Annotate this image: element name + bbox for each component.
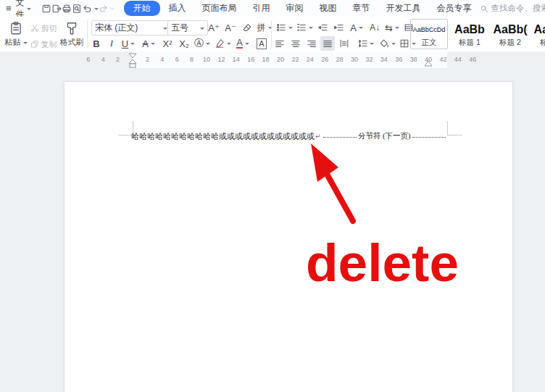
underline-button[interactable]: U	[119, 36, 138, 51]
decrease-indent-button[interactable]	[315, 20, 330, 35]
justify-button[interactable]	[320, 36, 335, 51]
wordart-effects-button[interactable]: A	[347, 20, 366, 35]
italic-button[interactable]: I	[105, 36, 118, 51]
font-color-button[interactable]: A	[233, 36, 252, 51]
align-right-button[interactable]	[304, 36, 319, 51]
menu-tab[interactable]: 开始	[124, 1, 160, 16]
font-name-select[interactable]: 宋体 (正文)	[91, 20, 171, 36]
chevron-down-icon	[370, 43, 374, 47]
save-icon	[41, 4, 51, 14]
paragraph-text[interactable]: 哈哈哈哈哈哈哈哈哈哈哈或或或或或或或或或或或或	[131, 131, 315, 142]
style-item[interactable]: AaBb标题 1	[451, 19, 488, 49]
divider	[87, 20, 88, 48]
style-item[interactable]: AaBb(标题 2	[491, 19, 529, 49]
paragraph-mark: ↵	[315, 133, 321, 140]
customize-toolbar-button[interactable]	[109, 1, 116, 15]
align-center-button[interactable]	[288, 36, 303, 51]
undo-dropdown-caret[interactable]	[94, 8, 99, 12]
style-gallery: AaBbCcDd正文AaBb标题 1AaBb(标题 2AaBb(标题 3	[410, 19, 545, 49]
line-spacing-button[interactable]	[355, 36, 375, 51]
ruler-number: 36	[394, 56, 404, 63]
style-preview: AaBb(	[533, 22, 545, 38]
highlight-color-button[interactable]	[213, 36, 232, 51]
text-effects-button[interactable]: Ⓐ	[193, 36, 212, 51]
menu-tab[interactable]: 章节	[346, 1, 378, 16]
paragraph-line[interactable]: 哈哈哈哈哈哈哈哈哈哈哈或或或或或或或或或或或或↵分节符 (下一页)	[131, 131, 447, 141]
ribbon-toolbar: 粘贴 剪切 复制 格式刷 宋体 (正文) 五号 A⁺ A⁻ 拼 B I U A …	[0, 17, 545, 52]
format-painter-button[interactable]: 格式刷	[58, 18, 86, 50]
ruler-number: 4	[157, 56, 167, 63]
cut-button[interactable]: 剪切	[29, 21, 58, 36]
chevron-down-icon	[109, 5, 116, 12]
highlighter-icon	[215, 38, 225, 49]
strikethrough-button[interactable]: A	[139, 36, 158, 51]
ruler[interactable]: 6422468101214161820222426283032343638404…	[0, 51, 545, 69]
align-left-button[interactable]	[272, 36, 287, 51]
align-left-icon	[275, 38, 285, 49]
numbered-list-button[interactable]	[295, 20, 314, 35]
increase-indent-button[interactable]	[331, 20, 346, 35]
align-center-icon	[291, 38, 301, 49]
shrink-font-button[interactable]: A⁻	[222, 20, 238, 35]
superscript-button[interactable]: X²	[159, 36, 175, 51]
sort-button[interactable]: A↓	[367, 20, 383, 35]
change-case-button[interactable]: ⇆	[383, 20, 402, 35]
decrease-indent-icon	[317, 22, 328, 33]
character-border-button[interactable]: A	[254, 36, 269, 51]
style-item[interactable]: AaBbCcDd正文	[410, 19, 448, 49]
font-size-select[interactable]: 五号	[167, 20, 208, 36]
clear-format-button[interactable]	[240, 20, 254, 35]
chevron-down-icon	[391, 43, 396, 47]
hamburger-menu-icon[interactable]: ≡	[6, 3, 12, 14]
print-preview-button[interactable]	[72, 1, 82, 15]
export-button[interactable]	[51, 1, 62, 15]
indent-markers[interactable]	[128, 53, 138, 68]
distribute-text-button[interactable]	[336, 36, 352, 51]
menu-tab[interactable]: 页面布局	[195, 1, 244, 16]
bold-button[interactable]: B	[90, 36, 103, 51]
ruler-number: 20	[275, 56, 286, 63]
document-area[interactable]: 哈哈哈哈哈哈哈哈哈哈哈或或或或或或或或或或或或↵分节符 (下一页) delete	[0, 68, 545, 392]
paste-icon	[9, 21, 22, 36]
text-boundary-mark-right	[447, 121, 462, 135]
copy-button[interactable]: 复制	[29, 37, 58, 51]
menu-tab[interactable]: 引用	[246, 1, 278, 16]
chevron-down-icon	[200, 28, 204, 32]
menu-tab[interactable]: 会员专享	[430, 1, 479, 16]
ruler-number: 4	[98, 56, 108, 63]
print-button[interactable]	[62, 1, 72, 15]
save-button[interactable]	[41, 1, 51, 15]
style-label: 标题 1	[459, 38, 480, 47]
undo-button[interactable]	[82, 1, 92, 15]
style-item[interactable]: AaBb(标题 3	[532, 19, 545, 49]
chevron-down-icon	[27, 8, 31, 12]
menu-tabs: 开始插入页面布局引用审阅视图章节开发工具会员专享	[123, 1, 480, 16]
subscript-button[interactable]: X₂	[176, 36, 192, 51]
chevron-down-icon	[309, 27, 313, 31]
style-preview: AaBb(	[493, 22, 527, 38]
paste-button[interactable]: 粘贴	[3, 18, 29, 50]
bullet-list-button[interactable]	[275, 20, 294, 35]
ruler-number: 26	[320, 56, 330, 63]
chevron-down-icon	[245, 43, 249, 47]
menu-tab[interactable]: 插入	[162, 1, 194, 16]
grow-font-button[interactable]: A⁺	[206, 20, 222, 35]
style-label: 标题 2	[499, 38, 521, 47]
ruler-number: 44	[453, 56, 463, 63]
print-preview-icon	[72, 4, 82, 14]
ruler-number: 10	[201, 56, 212, 63]
chevron-down-icon	[130, 43, 135, 47]
ruler-number: 6	[172, 56, 182, 63]
style-preview: AaBbCcDd	[413, 22, 446, 38]
shading-button[interactable]	[377, 36, 397, 51]
export-icon	[51, 4, 62, 14]
section-break-label: 分节符 (下一页)	[358, 131, 411, 141]
menu-tab[interactable]: 视图	[312, 1, 344, 16]
ruler-number: 14	[231, 56, 241, 63]
command-search[interactable]: 查找命令、搜索模板	[480, 3, 545, 14]
ruler-number: 42	[438, 56, 448, 63]
redo-icon	[99, 4, 109, 14]
redo-button[interactable]	[99, 1, 109, 15]
menu-tab[interactable]: 开发工具	[379, 1, 428, 16]
menu-tab[interactable]: 审阅	[279, 1, 311, 16]
